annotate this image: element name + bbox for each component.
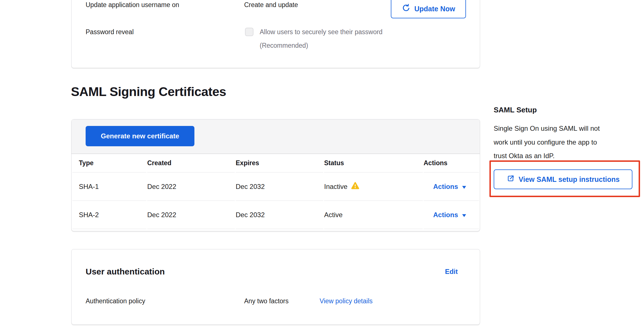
view-saml-setup-instructions-label: View SAML setup instructions	[519, 175, 619, 184]
sign-on-settings-panel: Update application username on Create an…	[71, 0, 480, 68]
cert-status-cell: Inactive	[324, 173, 423, 201]
caret-down-icon	[462, 183, 466, 191]
page: Update application username on Create an…	[0, 0, 644, 327]
authentication-policy-value: Any two factors	[244, 297, 289, 305]
table-header-row: Type Created Expires Status Actions	[72, 154, 479, 173]
saml-setup-title: SAML Setup	[494, 105, 537, 114]
cert-created-cell: Dec 2022	[147, 201, 235, 229]
table-row: SHA-1 Dec 2022 Dec 2032 Inactive	[72, 173, 479, 201]
actions-label: Actions	[433, 183, 458, 191]
status-text: Inactive	[324, 183, 348, 191]
update-username-label: Update application username on	[86, 1, 179, 9]
column-header-expires: Expires	[236, 154, 323, 173]
certificates-table: Type Created Expires Status Actions SHA-…	[71, 154, 480, 229]
status-text: Active	[324, 211, 342, 219]
password-reveal-description: Allow users to securely see their passwo…	[260, 25, 383, 52]
warning-triangle-icon	[351, 182, 359, 191]
cert-type-cell: SHA-2	[72, 201, 146, 229]
authentication-policy-label: Authentication policy	[86, 297, 145, 305]
cert-status-cell: Active	[324, 201, 423, 229]
update-now-label: Update Now	[414, 5, 455, 13]
cert-expires-cell: Dec 2032	[236, 173, 323, 201]
authentication-policy-row: Authentication policy Any two factors Vi…	[71, 297, 480, 305]
column-header-status: Status	[324, 154, 423, 173]
cert-type-cell: SHA-1	[72, 173, 146, 201]
cert-created-cell: Dec 2022	[147, 173, 235, 201]
edit-link[interactable]: Edit	[445, 268, 458, 276]
cert-expires-cell: Dec 2032	[236, 201, 323, 229]
certificates-panel-toolbar: Generate new certificate	[71, 119, 480, 154]
actions-dropdown[interactable]: Actions	[433, 183, 466, 191]
update-now-button[interactable]: Update Now	[391, 0, 466, 18]
user-authentication-title: User authentication	[86, 266, 165, 277]
view-saml-setup-instructions-button[interactable]: View SAML setup instructions	[494, 169, 632, 189]
saml-setup-description: Single Sign On using SAML will not work …	[494, 122, 641, 163]
column-header-type: Type	[72, 154, 146, 173]
update-username-value: Create and update	[244, 1, 298, 9]
table-row: SHA-2 Dec 2022 Dec 2032 Active Actions	[72, 201, 479, 229]
generate-new-certificate-button[interactable]: Generate new certificate	[86, 126, 194, 146]
view-policy-details-link[interactable]: View policy details	[320, 297, 373, 305]
actions-label: Actions	[433, 211, 458, 219]
refresh-icon	[402, 3, 411, 14]
user-authentication-panel: User authentication Edit Authentication …	[71, 249, 480, 325]
password-reveal-checkbox[interactable]	[245, 28, 253, 36]
external-link-icon	[506, 174, 515, 184]
password-reveal-label: Password reveal	[86, 28, 134, 36]
column-header-actions: Actions	[424, 154, 479, 173]
actions-dropdown[interactable]: Actions	[433, 211, 466, 219]
saml-signing-certificates-title: SAML Signing Certificates	[71, 84, 226, 99]
saml-certificates-panel: Generate new certificate Type Created Ex…	[71, 119, 480, 231]
caret-down-icon	[462, 211, 466, 219]
column-header-created: Created	[147, 154, 235, 173]
